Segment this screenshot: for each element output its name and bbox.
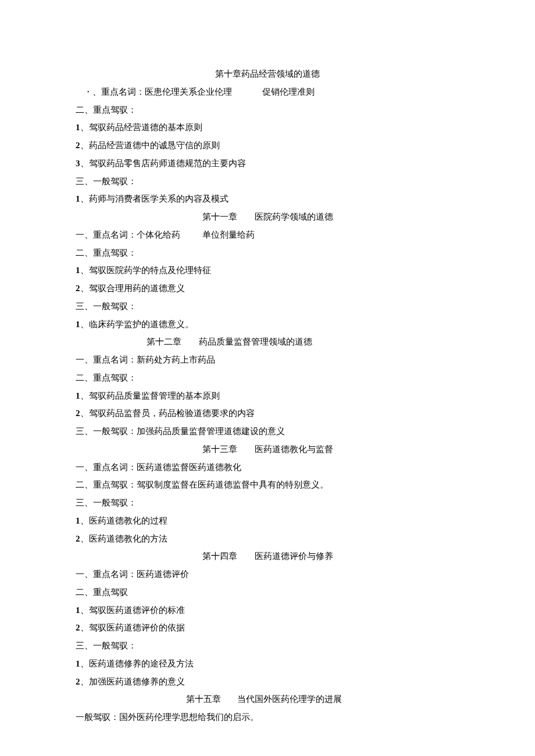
ch15-s1: 一般驾驭：国外医药伦理学思想给我们的启示。 xyxy=(76,708,459,726)
ch14-s2-item2: 2、驾驭医药道德评价的依据 xyxy=(76,619,459,637)
title-a: 第十三章 xyxy=(202,445,237,454)
num: 1 xyxy=(76,391,80,400)
ch10-s3-item1: 1、药师与消费者医学关系的内容及模式 xyxy=(76,190,459,208)
text: 、药师与消费者医学关系的内容及模式 xyxy=(80,194,229,203)
text: 、药品经营道德中的诚恳守信的原则 xyxy=(80,141,220,150)
ch12-s2-item1: 1、驾驭药品质量监督管理的基本原则 xyxy=(76,387,459,405)
text: 、临床药学监护的道德意义。 xyxy=(80,320,194,329)
num: 1 xyxy=(76,194,80,203)
text: 、医药道德修养的途径及方法 xyxy=(80,659,194,668)
title-a: 第十四章 xyxy=(202,551,237,561)
title-b: 医药道德教化与监督 xyxy=(255,445,333,454)
ch10-s2-item2: 2、药品经营道德中的诚恳守信的原则 xyxy=(76,137,459,155)
text: 、加强医药道德修养的意义 xyxy=(80,677,185,686)
ch14-keywords: 一、重点名词：医药道德评价 xyxy=(76,565,459,583)
text: 、驾驭药品零售店药师道德规范的主要内容 xyxy=(80,159,246,168)
num: 2 xyxy=(76,623,80,632)
num: 1 xyxy=(76,266,80,275)
num: 1 xyxy=(76,659,80,668)
text: 、驾驭药品质量监督管理的基本原则 xyxy=(80,391,220,400)
ch14-s3-header: 三、一般驾驭： xyxy=(76,637,459,655)
text: 、驾驭医院药学的特点及伦理特征 xyxy=(80,266,211,275)
ch13-s3-header: 三、一般驾驭： xyxy=(76,494,459,512)
document-page: 第十章药品经营领域的道德 ・、重点名词：医患伦理关系企业伦理促销伦理准则 二、重… xyxy=(0,0,535,756)
ch13-s2: 二、重点驾驭：驾驭制度监督在医药道德监督中具有的特别意义。 xyxy=(76,476,459,494)
num: 1 xyxy=(76,320,80,329)
ch13-keywords: 一、重点名词：医药道德监督医药道德教化 xyxy=(76,458,459,476)
ch10-keywords-b: 促销伦理准则 xyxy=(262,87,315,96)
num: 2 xyxy=(76,141,80,150)
text: 、医药道德教化的过程 xyxy=(80,516,167,525)
title-a: 第十一章 xyxy=(202,212,237,221)
ch14-s3-item2: 2、加强医药道德修养的意义 xyxy=(76,673,459,691)
text: 、驾驭医药道德评价的依据 xyxy=(80,623,185,632)
title-b: 药品质量监督管理领域的道德 xyxy=(199,337,312,346)
chapter-11-title: 第十一章医院药学领域的道德 xyxy=(76,208,459,226)
ch12-s3: 三、一般驾驭：加强药品质量监督管理道德建设的意义 xyxy=(76,422,459,440)
ch11-keywords-a: 一、重点名词：个体化给药 xyxy=(76,230,180,239)
ch11-keywords: 一、重点名词：个体化给药单位剂量给药 xyxy=(76,226,459,244)
title-b: 当代国外医药伦理学的进展 xyxy=(237,694,342,704)
title-b: 医药道德评价与修养 xyxy=(255,551,333,561)
num: 2 xyxy=(76,409,80,418)
chapter-15-title: 第十五章当代国外医药伦理学的进展 xyxy=(76,690,459,708)
ch10-keywords-a: ・、重点名词：医患伦理关系企业伦理 xyxy=(84,87,232,96)
text: 、医药道德教化的方法 xyxy=(80,534,167,543)
num: 2 xyxy=(76,284,80,293)
ch10-s2-item1: 1、驾驭药品经营道德的基本原则 xyxy=(76,119,459,137)
title-a: 第十二章 xyxy=(147,337,181,346)
title-a: 第十五章 xyxy=(186,694,221,704)
ch14-s2-item1: 1、驾驭医药道德评价的标准 xyxy=(76,601,459,619)
ch11-s3-item1: 1、临床药学监护的道德意义。 xyxy=(76,316,459,334)
ch12-s2-header: 二、重点驾驭： xyxy=(76,369,459,387)
ch13-s3-item1: 1、医药道德教化的过程 xyxy=(76,512,459,530)
ch14-s3-item1: 1、医药道德修养的途径及方法 xyxy=(76,655,459,673)
text: 、驾驭药品经营道德的基本原则 xyxy=(80,123,202,132)
title-b: 医院药学领域的道德 xyxy=(255,212,333,221)
num: 1 xyxy=(76,605,80,615)
ch11-s2-item1: 1、驾驭医院药学的特点及伦理特征 xyxy=(76,261,459,280)
ch13-s3-item2: 2、医药道德教化的方法 xyxy=(76,530,459,548)
num: 1 xyxy=(76,123,80,132)
chapter-10-title: 第十章药品经营领域的道德 xyxy=(76,65,459,83)
ch11-s2-item2: 2、驾驭合理用药的道德意义 xyxy=(76,280,459,298)
ch10-keywords: ・、重点名词：医患伦理关系企业伦理促销伦理准则 xyxy=(76,83,459,101)
ch10-s2-item3: 3、驾驭药品零售店药师道德规范的主要内容 xyxy=(76,155,459,173)
ch12-keywords: 一、重点名词：新药处方药上市药品 xyxy=(76,351,459,369)
text: 、驾驭合理用药的道德意义 xyxy=(80,284,185,293)
ch11-keywords-b: 单位剂量给药 xyxy=(202,230,255,239)
num: 2 xyxy=(76,677,80,686)
num: 1 xyxy=(76,516,80,525)
chapter-14-title: 第十四章医药道德评价与修养 xyxy=(76,547,459,565)
ch14-s2-header: 二、重点驾驭 xyxy=(76,583,459,601)
ch10-s2-header: 二、重点驾驭： xyxy=(76,101,459,119)
ch12-s2-item2: 2、驾驭药品监督员，药品检验道德要求的内容 xyxy=(76,404,459,422)
text: 、驾驭药品监督员，药品检验道德要求的内容 xyxy=(80,409,255,418)
chapter-13-title: 第十三章医药道德教化与监督 xyxy=(76,440,459,458)
chapter-12-title: 第十二章药品质量监督管理领域的道德 xyxy=(76,333,459,351)
num: 2 xyxy=(76,534,80,543)
ch11-s3-header: 三、一般驾驭： xyxy=(76,298,459,316)
ch10-s3-header: 三、一般驾驭： xyxy=(76,173,459,191)
ch11-s2-header: 二、重点驾驭： xyxy=(76,244,459,262)
num: 3 xyxy=(76,159,80,168)
text: 、驾驭医药道德评价的标准 xyxy=(80,605,185,615)
